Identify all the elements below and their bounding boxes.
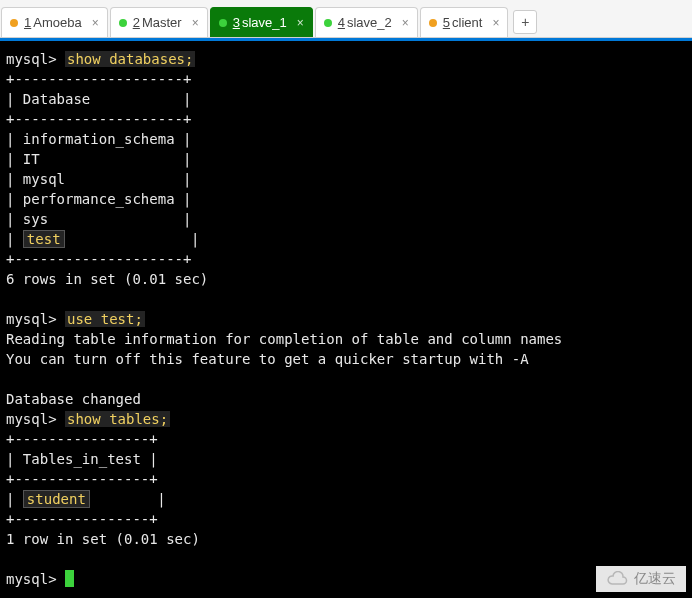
- table-row-highlighted: student: [23, 490, 90, 508]
- info-line: Reading table information for completion…: [6, 331, 562, 347]
- mysql-prompt: mysql>: [6, 571, 57, 587]
- close-icon[interactable]: ×: [492, 16, 499, 30]
- add-tab-button[interactable]: +: [513, 10, 537, 34]
- close-icon[interactable]: ×: [297, 16, 304, 30]
- mysql-prompt: mysql>: [6, 51, 57, 67]
- close-icon[interactable]: ×: [402, 16, 409, 30]
- tab-label: Amoeba: [33, 15, 81, 30]
- tab-label: Master: [142, 15, 182, 30]
- status-dot-icon: [10, 19, 18, 27]
- status-dot-icon: [119, 19, 127, 27]
- info-line: Database changed: [6, 391, 141, 407]
- tab-index: 3: [233, 15, 240, 30]
- column-header: Tables_in_test: [23, 451, 141, 467]
- tab-amoeba[interactable]: 1 Amoeba ×: [1, 7, 108, 37]
- terminal[interactable]: mysql> show databases; +----------------…: [0, 38, 692, 598]
- column-header: Database: [23, 91, 90, 107]
- watermark-text: 亿速云: [634, 570, 676, 588]
- status-dot-icon: [219, 19, 227, 27]
- table-border: +----------------+: [6, 431, 158, 447]
- db-row: mysql: [23, 171, 65, 187]
- tab-index: 1: [24, 15, 31, 30]
- cloud-icon: [606, 571, 628, 587]
- status-dot-icon: [429, 19, 437, 27]
- command: show tables;: [65, 411, 170, 427]
- command: show databases;: [65, 51, 195, 67]
- tab-index: 2: [133, 15, 140, 30]
- tab-index: 4: [338, 15, 345, 30]
- table-border: +--------------------+: [6, 251, 191, 267]
- table-border: +--------------------+: [6, 71, 191, 87]
- tab-label: client: [452, 15, 482, 30]
- db-row: information_schema: [23, 131, 175, 147]
- watermark: 亿速云: [596, 566, 686, 592]
- command: use test;: [65, 311, 145, 327]
- tab-slave-2[interactable]: 4 slave_2 ×: [315, 7, 418, 37]
- tab-label: slave_1: [242, 15, 287, 30]
- tab-bar: 1 Amoeba × 2 Master × 3 slave_1 × 4 slav…: [0, 0, 692, 38]
- db-row: sys: [23, 211, 48, 227]
- tab-index: 5: [443, 15, 450, 30]
- info-line: You can turn off this feature to get a q…: [6, 351, 529, 367]
- close-icon[interactable]: ×: [92, 16, 99, 30]
- table-border: +----------------+: [6, 471, 158, 487]
- plus-icon: +: [521, 14, 529, 30]
- close-icon[interactable]: ×: [192, 16, 199, 30]
- result-footer: 1 row in set (0.01 sec): [6, 531, 200, 547]
- tab-client[interactable]: 5 client ×: [420, 7, 509, 37]
- db-row: IT: [23, 151, 40, 167]
- tab-master[interactable]: 2 Master ×: [110, 7, 208, 37]
- db-row: performance_schema: [23, 191, 175, 207]
- cursor-icon: [65, 570, 74, 587]
- mysql-prompt: mysql>: [6, 411, 57, 427]
- db-row-highlighted: test: [23, 230, 65, 248]
- tab-slave-1[interactable]: 3 slave_1 ×: [210, 7, 313, 37]
- table-border: +--------------------+: [6, 111, 191, 127]
- mysql-prompt: mysql>: [6, 311, 57, 327]
- status-dot-icon: [324, 19, 332, 27]
- tab-label: slave_2: [347, 15, 392, 30]
- table-border: +----------------+: [6, 511, 158, 527]
- result-footer: 6 rows in set (0.01 sec): [6, 271, 208, 287]
